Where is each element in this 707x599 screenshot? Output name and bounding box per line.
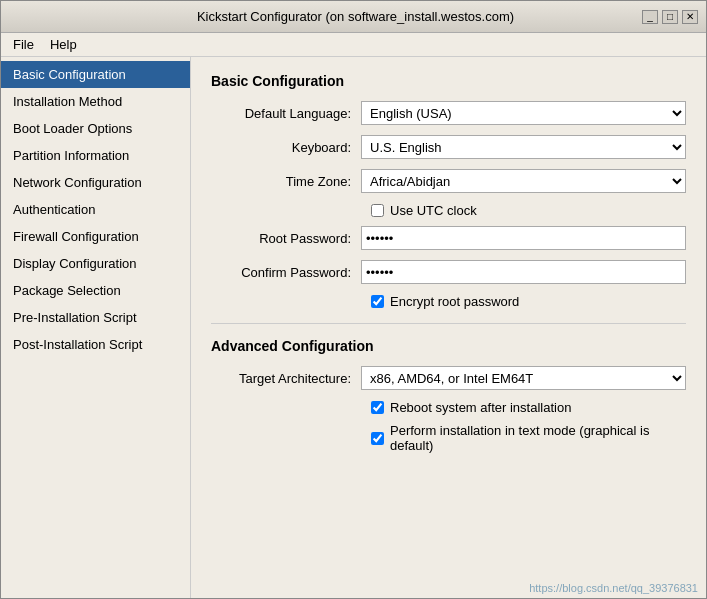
keyboard-row: Keyboard: U.S. English <box>211 135 686 159</box>
advanced-section: Advanced Configuration Target Architectu… <box>211 338 686 453</box>
sidebar-item-firewall-configuration[interactable]: Firewall Configuration <box>1 223 190 250</box>
text-mode-row: Perform installation in text mode (graph… <box>211 423 686 453</box>
timezone-label: Time Zone: <box>211 174 361 189</box>
keyboard-control: U.S. English <box>361 135 686 159</box>
root-password-control <box>361 226 686 250</box>
main-window: Kickstart Configurator (on software_inst… <box>0 0 707 599</box>
utc-row: Use UTC clock <box>211 203 686 218</box>
root-password-row: Root Password: <box>211 226 686 250</box>
maximize-button[interactable]: □ <box>662 10 678 24</box>
timezone-control: Africa/Abidjan <box>361 169 686 193</box>
minimize-button[interactable]: _ <box>642 10 658 24</box>
sidebar-item-authentication[interactable]: Authentication <box>1 196 190 223</box>
root-password-label: Root Password: <box>211 231 361 246</box>
menu-help[interactable]: Help <box>42 35 85 54</box>
main-panel: Basic Configuration Default Language: En… <box>191 57 706 598</box>
confirm-password-label: Confirm Password: <box>211 265 361 280</box>
advanced-config-title: Advanced Configuration <box>211 338 686 354</box>
sidebar-item-installation-method[interactable]: Installation Method <box>1 88 190 115</box>
target-arch-control: x86, AMD64, or Intel EM64T <box>361 366 686 390</box>
watermark: https://blog.csdn.net/qq_39376831 <box>529 582 698 594</box>
titlebar: Kickstart Configurator (on software_inst… <box>1 1 706 33</box>
reboot-label: Reboot system after installation <box>390 400 571 415</box>
content-area: Basic Configuration Installation Method … <box>1 57 706 598</box>
target-arch-label: Target Architecture: <box>211 371 361 386</box>
encrypt-row: Encrypt root password <box>211 294 686 309</box>
timezone-row: Time Zone: Africa/Abidjan <box>211 169 686 193</box>
sidebar: Basic Configuration Installation Method … <box>1 57 191 598</box>
target-arch-select[interactable]: x86, AMD64, or Intel EM64T <box>361 366 686 390</box>
default-language-control: English (USA) <box>361 101 686 125</box>
reboot-checkbox[interactable] <box>371 401 384 414</box>
sidebar-item-boot-loader-options[interactable]: Boot Loader Options <box>1 115 190 142</box>
encrypt-label: Encrypt root password <box>390 294 519 309</box>
text-mode-checkbox[interactable] <box>371 432 384 445</box>
sidebar-item-pre-installation-script[interactable]: Pre-Installation Script <box>1 304 190 331</box>
section-divider <box>211 323 686 324</box>
target-arch-row: Target Architecture: x86, AMD64, or Inte… <box>211 366 686 390</box>
sidebar-item-basic-configuration[interactable]: Basic Configuration <box>1 61 190 88</box>
confirm-password-row: Confirm Password: <box>211 260 686 284</box>
close-button[interactable]: ✕ <box>682 10 698 24</box>
text-mode-label: Perform installation in text mode (graph… <box>390 423 686 453</box>
default-language-select[interactable]: English (USA) <box>361 101 686 125</box>
utc-checkbox[interactable] <box>371 204 384 217</box>
reboot-row: Reboot system after installation <box>211 400 686 415</box>
confirm-password-control <box>361 260 686 284</box>
utc-label: Use UTC clock <box>390 203 477 218</box>
sidebar-item-partition-information[interactable]: Partition Information <box>1 142 190 169</box>
root-password-input[interactable] <box>361 226 686 250</box>
sidebar-item-network-configuration[interactable]: Network Configuration <box>1 169 190 196</box>
sidebar-item-post-installation-script[interactable]: Post-Installation Script <box>1 331 190 358</box>
basic-config-title: Basic Configuration <box>211 73 686 89</box>
window-title: Kickstart Configurator (on software_inst… <box>69 9 642 24</box>
encrypt-checkbox[interactable] <box>371 295 384 308</box>
timezone-select[interactable]: Africa/Abidjan <box>361 169 686 193</box>
menu-file[interactable]: File <box>5 35 42 54</box>
confirm-password-input[interactable] <box>361 260 686 284</box>
keyboard-label: Keyboard: <box>211 140 361 155</box>
window-controls: _ □ ✕ <box>642 10 698 24</box>
default-language-label: Default Language: <box>211 106 361 121</box>
sidebar-item-display-configuration[interactable]: Display Configuration <box>1 250 190 277</box>
sidebar-item-package-selection[interactable]: Package Selection <box>1 277 190 304</box>
default-language-row: Default Language: English (USA) <box>211 101 686 125</box>
menubar: File Help <box>1 33 706 57</box>
keyboard-select[interactable]: U.S. English <box>361 135 686 159</box>
